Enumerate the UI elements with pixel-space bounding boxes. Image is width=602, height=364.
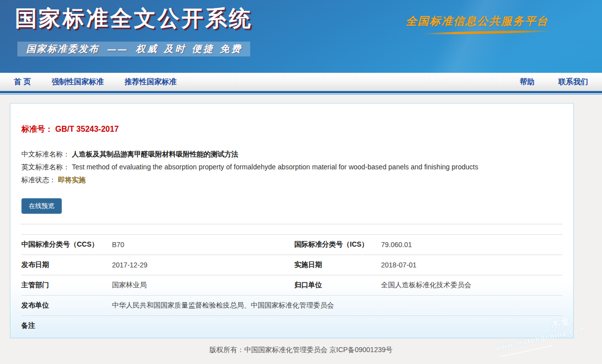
- table-row: 发布日期 2017-12-29 实施日期 2018-07-01: [21, 255, 562, 275]
- nav-item-help[interactable]: 帮助: [520, 77, 535, 87]
- nav-item-home[interactable]: 首 页: [14, 77, 31, 87]
- implement-date-value: 2018-07-01: [381, 261, 562, 269]
- remarks-label: 备注: [21, 321, 112, 330]
- nav-item-mandatory-standards[interactable]: 强制性国家标准: [52, 77, 104, 87]
- ics-value: 79.060.01: [381, 241, 562, 249]
- publisher-label: 发布单位: [21, 301, 112, 310]
- table-row: 备注: [21, 315, 562, 336]
- table-row: 发布单位 中华人民共和国国家质量监督检验检疫总局、中国国家标准化管理委员会: [21, 295, 562, 315]
- table-row: 主管部门 国家林业局 归口单位 全国人造板标准化技术委员会: [21, 275, 562, 295]
- publisher-value: 中华人民共和国国家质量监督检验检疫总局、中国国家标准化管理委员会: [112, 301, 562, 310]
- authority-value: 国家林业局: [112, 281, 294, 290]
- en-name-label: 英文标准名称：: [21, 163, 70, 171]
- en-name-line: 英文标准名称： Test method of evaluating the ab…: [21, 160, 562, 173]
- standard-details-table: 中国标准分类号（CCS） B70 国际标准分类号（ICS） 79.060.01 …: [21, 234, 562, 336]
- site-header: 国家标准全文公开系统 国家标准委发布 —— 权威 及时 便捷 免费 全国标准信息…: [0, 0, 602, 73]
- authority-label: 主管部门: [21, 281, 112, 290]
- nav-item-recommended-standards[interactable]: 推荐性国家标准: [124, 77, 176, 87]
- status-value: 即将实施: [58, 176, 86, 184]
- status-label: 标准状态：: [21, 176, 56, 184]
- publish-date-value: 2017-12-29: [112, 261, 294, 269]
- table-row: 中国标准分类号（CCS） B70 国际标准分类号（ICS） 79.060.01: [21, 234, 562, 255]
- committee-label: 归口单位: [294, 281, 381, 290]
- cn-name-label: 中文标准名称：: [21, 150, 70, 158]
- sub-banner-dash: ——: [107, 44, 128, 54]
- committee-value: 全国人造板标准化技术委员会: [381, 281, 562, 290]
- en-name-value: Test method of evaluating the absorption…: [72, 163, 478, 171]
- header-sub-banner: 国家标准委发布 —— 权威 及时 便捷 免费: [17, 42, 250, 56]
- status-line: 标准状态： 即将实施: [21, 173, 562, 186]
- publish-date-label: 发布日期: [21, 260, 112, 269]
- ics-label: 国际标准分类号（ICS）: [294, 240, 381, 249]
- online-preview-button[interactable]: 在线预览: [21, 198, 62, 214]
- standard-number-label: 标准号：: [21, 125, 53, 133]
- ccs-label: 中国标准分类号（CCS）: [21, 240, 112, 249]
- implement-date-label: 实施日期: [294, 260, 381, 269]
- slogan-underline-swoosh: [421, 30, 552, 35]
- nav-divider-dark: [0, 91, 602, 93]
- dotted-divider: [21, 224, 562, 224]
- standard-detail-card: 标准号： GB/T 35243-2017 中文标准名称： 人造板及其制品游离甲醛…: [10, 103, 574, 338]
- standard-number-value: GB/T 35243-2017: [55, 125, 118, 133]
- cn-name-line: 中文标准名称： 人造板及其制品游离甲醛吸附材料吸附性能的测试方法: [21, 148, 562, 160]
- ccs-value: B70: [112, 241, 294, 249]
- nav-item-contact[interactable]: 联系我们: [558, 77, 588, 87]
- platform-slogan: 全国标准信息公共服务平台: [406, 14, 548, 29]
- sub-banner-publisher: 国家标准委发布: [26, 43, 99, 55]
- site-title: 国家标准全文公开系统: [15, 4, 253, 33]
- standard-number-line: 标准号： GB/T 35243-2017: [21, 124, 562, 135]
- cn-name-value: 人造板及其制品游离甲醛吸附材料吸附性能的测试方法: [72, 150, 238, 158]
- main-navigation: 首 页 强制性国家标准 推荐性国家标准 帮助 联系我们: [0, 73, 602, 95]
- sub-banner-motto: 权威 及时 便捷 免费: [136, 43, 243, 55]
- footer-copyright: 版权所有：中国国家标准化管理委员会 京ICP备09001239号: [0, 346, 602, 355]
- nav-divider-light: [0, 94, 602, 95]
